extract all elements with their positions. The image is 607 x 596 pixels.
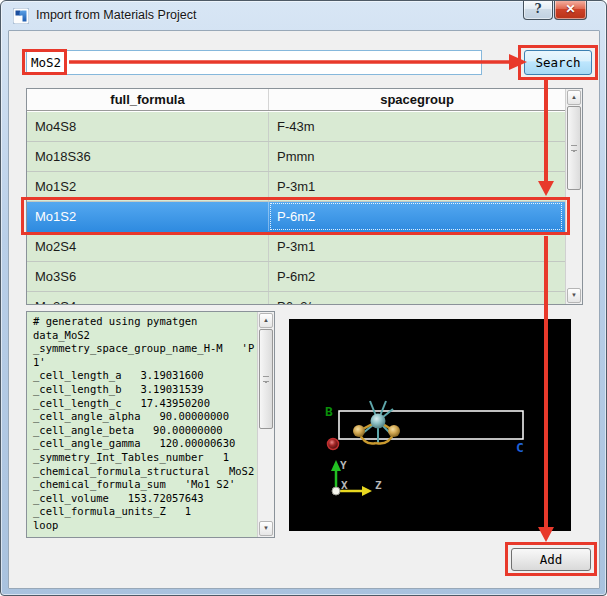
table-header-row: full_formula spacegroup <box>27 89 582 111</box>
axis-label-z: Z <box>375 479 382 492</box>
search-input[interactable] <box>26 50 482 75</box>
thumb-grip-icon <box>263 376 269 382</box>
axis-origin-dot <box>332 487 340 495</box>
scroll-up-icon[interactable]: ▲ <box>259 313 273 328</box>
scroll-up-icon[interactable]: ▲ <box>567 90 581 105</box>
cif-scrollbar-thumb[interactable] <box>259 329 273 429</box>
search-button[interactable]: Search <box>524 50 592 75</box>
s-atom <box>353 425 365 437</box>
cell-full-formula: Mo1S2 <box>27 202 269 231</box>
cell-spacegroup: P-3m1 <box>269 172 563 201</box>
scroll-down-icon[interactable]: ▼ <box>567 288 581 303</box>
origin-atom <box>328 439 339 450</box>
dialog-window: Import from Materials Project ? ✕ Search… <box>0 0 607 596</box>
axis-label-x: X <box>341 479 348 492</box>
close-button[interactable]: ✕ <box>554 0 587 20</box>
cell-spacegroup: P-6m2 <box>269 202 563 231</box>
results-table: full_formula spacegroup Mo4S8 F-43m Mo18… <box>26 88 583 305</box>
table-row[interactable]: Mo18S36 Pmmn <box>27 142 565 172</box>
cell-full-formula: Mo3S6 <box>27 262 269 291</box>
cell-spacegroup: F-43m <box>269 112 563 141</box>
cell-full-formula: Mo1S2 <box>27 172 269 201</box>
cell-spacegroup: P-3m1 <box>269 232 563 261</box>
column-header-spacegroup[interactable]: spacegroup <box>269 89 565 110</box>
cif-scrollbar[interactable]: ▲ ▼ <box>257 312 274 537</box>
axis-triad: Y X Z <box>331 459 382 496</box>
cell-spacegroup: P6_3/mmc <box>269 292 563 304</box>
table-row[interactable]: Mo4S8 F-43m <box>27 112 565 142</box>
close-icon: ✕ <box>565 2 575 16</box>
help-icon: ? <box>534 2 541 16</box>
cif-text: # generated using pymatgen data_MoS2 _sy… <box>27 312 258 533</box>
cell-full-formula: Mo4S8 <box>27 112 269 141</box>
table-scrollbar-thumb[interactable] <box>567 106 581 190</box>
cell-label-b: B <box>325 404 333 419</box>
table-row[interactable]: Mo1S2 P-3m1 <box>27 172 565 202</box>
unit-cell-outline <box>339 411 523 439</box>
table-body: Mo4S8 F-43m Mo18S36 Pmmn Mo1S2 P-3m1 Mo1… <box>27 112 565 304</box>
axis-z-arrow-icon <box>362 486 372 496</box>
app-icon <box>13 8 29 24</box>
table-row-selected[interactable]: Mo1S2 P-6m2 <box>27 202 565 232</box>
window-title: Import from Materials Project <box>36 8 196 22</box>
structure-canvas: B C <box>289 319 571 531</box>
cell-full-formula: Mo18S36 <box>27 142 269 171</box>
table-row[interactable]: Mo3S6 P-6m2 <box>27 262 565 292</box>
thumb-grip-icon <box>571 145 577 151</box>
table-row[interactable]: Mo2S4 P-3m1 <box>27 232 565 262</box>
cif-text-area[interactable]: # generated using pymatgen data_MoS2 _sy… <box>26 311 275 538</box>
cell-spacegroup: Pmmn <box>269 142 563 171</box>
scroll-down-icon[interactable]: ▼ <box>259 521 273 536</box>
cell-full-formula: Mo2S4 <box>27 232 269 261</box>
cell-full-formula: Mo2S4 <box>27 292 269 304</box>
mo-atom <box>371 414 386 429</box>
s-atom <box>388 425 400 437</box>
cell-spacegroup: P-6m2 <box>269 262 563 291</box>
add-button[interactable]: Add <box>511 548 591 571</box>
table-row[interactable]: Mo2S4 P6_3/mmc <box>27 292 565 304</box>
column-header-full-formula[interactable]: full_formula <box>27 89 269 110</box>
axis-label-y: Y <box>340 459 347 472</box>
structure-viewer-3d[interactable]: B C <box>289 319 571 531</box>
help-button[interactable]: ? <box>523 0 553 20</box>
title-bar[interactable]: Import from Materials Project ? ✕ <box>1 1 606 31</box>
table-scrollbar[interactable]: ▲ ▼ <box>565 89 582 304</box>
cell-label-c: C <box>516 440 524 455</box>
